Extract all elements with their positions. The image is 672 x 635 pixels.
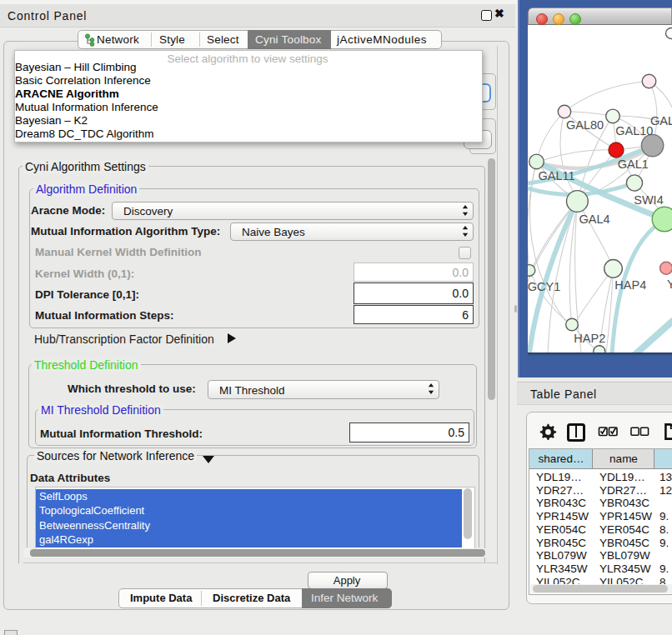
svg-text:GAL80: GAL80	[566, 118, 604, 132]
svg-text:GAL10: GAL10	[615, 124, 653, 138]
svg-text:GCY1: GCY1	[528, 280, 560, 293]
svg-text:HAP2: HAP2	[574, 332, 605, 345]
svg-text:SWI4: SWI4	[634, 193, 663, 207]
svg-text:GAL11: GAL11	[538, 169, 574, 182]
svg-text:GAL7: GAL7	[650, 114, 672, 128]
svg-text:GAL4: GAL4	[579, 212, 609, 226]
svg-text:GAL1: GAL1	[618, 158, 649, 171]
svg-text:Y: Y	[667, 278, 672, 291]
svg-text:HAP4: HAP4	[614, 278, 646, 292]
